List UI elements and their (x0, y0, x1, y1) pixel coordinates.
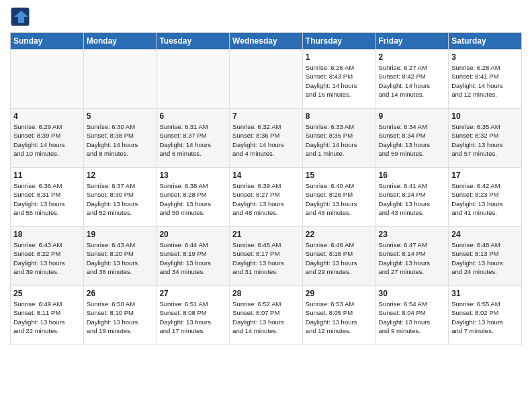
calendar-cell: 25Sunrise: 6:49 AM Sunset: 8:11 PM Dayli… (11, 286, 84, 345)
calendar-cell: 29Sunrise: 6:53 AM Sunset: 8:05 PM Dayli… (302, 286, 375, 345)
day-info: Sunrise: 6:49 AM Sunset: 8:11 PM Dayligh… (13, 300, 81, 335)
day-number: 30 (379, 289, 446, 298)
day-number: 15 (306, 171, 373, 180)
weekday-header-row: SundayMondayTuesdayWednesdayThursdayFrid… (11, 33, 522, 50)
day-info: Sunrise: 6:26 AM Sunset: 8:43 PM Dayligh… (306, 63, 373, 99)
day-number: 26 (87, 289, 154, 298)
day-info: Sunrise: 6:45 AM Sunset: 8:17 PM Dayligh… (232, 240, 300, 276)
day-info: Sunrise: 6:46 AM Sunset: 8:16 PM Dayligh… (306, 240, 373, 276)
calendar-cell: 5Sunrise: 6:30 AM Sunset: 8:38 PM Daylig… (83, 109, 157, 168)
day-number: 24 (451, 230, 519, 239)
calendar-cell: 4Sunrise: 6:29 AM Sunset: 8:39 PM Daylig… (11, 109, 84, 168)
day-info: Sunrise: 6:51 AM Sunset: 8:08 PM Dayligh… (159, 300, 226, 335)
calendar-cell: 18Sunrise: 6:43 AM Sunset: 8:22 PM Dayli… (11, 227, 84, 286)
day-number: 5 (87, 111, 154, 121)
day-number: 10 (451, 111, 519, 121)
calendar-cell: 28Sunrise: 6:52 AM Sunset: 8:07 PM Dayli… (230, 286, 303, 345)
day-number: 1 (306, 52, 373, 62)
day-number: 8 (306, 111, 373, 121)
day-info: Sunrise: 6:44 AM Sunset: 8:19 PM Dayligh… (159, 240, 226, 276)
day-number: 28 (232, 289, 300, 298)
day-number: 27 (159, 289, 226, 298)
calendar-cell: 31Sunrise: 6:55 AM Sunset: 8:02 PM Dayli… (449, 286, 522, 345)
day-info: Sunrise: 6:30 AM Sunset: 8:38 PM Dayligh… (87, 122, 154, 158)
calendar-cell: 6Sunrise: 6:31 AM Sunset: 8:37 PM Daylig… (157, 109, 230, 168)
day-info: Sunrise: 6:48 AM Sunset: 8:13 PM Dayligh… (451, 240, 519, 276)
day-info: Sunrise: 6:55 AM Sunset: 8:02 PM Dayligh… (451, 300, 519, 335)
calendar-cell: 19Sunrise: 6:43 AM Sunset: 8:20 PM Dayli… (83, 227, 157, 286)
day-info: Sunrise: 6:53 AM Sunset: 8:05 PM Dayligh… (306, 300, 373, 335)
day-number: 12 (87, 171, 154, 180)
calendar-cell: 7Sunrise: 6:32 AM Sunset: 8:36 PM Daylig… (230, 109, 303, 168)
header (10, 7, 522, 27)
day-number: 17 (451, 171, 519, 180)
calendar-week-4: 18Sunrise: 6:43 AM Sunset: 8:22 PM Dayli… (11, 227, 522, 286)
day-info: Sunrise: 6:52 AM Sunset: 8:07 PM Dayligh… (232, 300, 300, 335)
calendar-cell: 1Sunrise: 6:26 AM Sunset: 8:43 PM Daylig… (302, 50, 375, 109)
calendar-cell: 13Sunrise: 6:38 AM Sunset: 8:28 PM Dayli… (157, 168, 230, 227)
page: SundayMondayTuesdayWednesdayThursdayFrid… (0, 0, 532, 411)
weekday-header-thursday: Thursday (302, 33, 375, 50)
day-number: 13 (159, 171, 226, 180)
calendar-week-1: 1Sunrise: 6:26 AM Sunset: 8:43 PM Daylig… (11, 50, 522, 109)
calendar-cell: 10Sunrise: 6:35 AM Sunset: 8:32 PM Dayli… (449, 109, 522, 168)
day-number: 21 (232, 230, 300, 239)
calendar-cell: 20Sunrise: 6:44 AM Sunset: 8:19 PM Dayli… (157, 227, 230, 286)
day-info: Sunrise: 6:50 AM Sunset: 8:10 PM Dayligh… (87, 300, 154, 335)
calendar-cell: 30Sunrise: 6:54 AM Sunset: 8:04 PM Dayli… (375, 286, 449, 345)
day-number: 7 (232, 111, 300, 121)
calendar-cell (83, 50, 157, 109)
day-info: Sunrise: 6:47 AM Sunset: 8:14 PM Dayligh… (379, 240, 446, 276)
logo (10, 7, 33, 27)
weekday-header-wednesday: Wednesday (230, 33, 303, 50)
calendar-cell: 16Sunrise: 6:41 AM Sunset: 8:24 PM Dayli… (375, 168, 449, 227)
calendar-cell: 27Sunrise: 6:51 AM Sunset: 8:08 PM Dayli… (157, 286, 230, 345)
calendar-cell (230, 50, 303, 109)
day-number: 18 (13, 230, 81, 239)
day-number: 31 (451, 289, 519, 298)
day-number: 23 (379, 230, 446, 239)
calendar-cell: 11Sunrise: 6:36 AM Sunset: 8:31 PM Dayli… (11, 168, 84, 227)
calendar-cell: 23Sunrise: 6:47 AM Sunset: 8:14 PM Dayli… (375, 227, 449, 286)
calendar-cell: 17Sunrise: 6:42 AM Sunset: 8:23 PM Dayli… (449, 168, 522, 227)
day-info: Sunrise: 6:42 AM Sunset: 8:23 PM Dayligh… (451, 181, 519, 217)
day-info: Sunrise: 6:41 AM Sunset: 8:24 PM Dayligh… (379, 181, 446, 217)
day-info: Sunrise: 6:39 AM Sunset: 8:27 PM Dayligh… (232, 181, 300, 217)
weekday-header-saturday: Saturday (449, 33, 522, 50)
day-number: 22 (306, 230, 373, 239)
day-number: 25 (13, 289, 81, 298)
day-number: 6 (159, 111, 226, 121)
calendar-cell: 3Sunrise: 6:28 AM Sunset: 8:41 PM Daylig… (449, 50, 522, 109)
day-info: Sunrise: 6:33 AM Sunset: 8:35 PM Dayligh… (306, 122, 373, 158)
logo-icon (10, 7, 30, 27)
calendar-cell: 9Sunrise: 6:34 AM Sunset: 8:34 PM Daylig… (375, 109, 449, 168)
calendar-table: SundayMondayTuesdayWednesdayThursdayFrid… (10, 32, 522, 345)
day-number: 11 (13, 171, 81, 180)
calendar-cell: 21Sunrise: 6:45 AM Sunset: 8:17 PM Dayli… (230, 227, 303, 286)
day-number: 4 (13, 111, 81, 121)
calendar-cell: 24Sunrise: 6:48 AM Sunset: 8:13 PM Dayli… (449, 227, 522, 286)
calendar-cell: 15Sunrise: 6:40 AM Sunset: 8:26 PM Dayli… (302, 168, 375, 227)
day-number: 29 (306, 289, 373, 298)
day-number: 14 (232, 171, 300, 180)
day-info: Sunrise: 6:32 AM Sunset: 8:36 PM Dayligh… (232, 122, 300, 158)
calendar-cell: 8Sunrise: 6:33 AM Sunset: 8:35 PM Daylig… (302, 109, 375, 168)
day-info: Sunrise: 6:34 AM Sunset: 8:34 PM Dayligh… (379, 122, 446, 158)
weekday-header-tuesday: Tuesday (157, 33, 230, 50)
calendar-week-2: 4Sunrise: 6:29 AM Sunset: 8:39 PM Daylig… (11, 109, 522, 168)
day-info: Sunrise: 6:35 AM Sunset: 8:32 PM Dayligh… (451, 122, 519, 158)
day-info: Sunrise: 6:27 AM Sunset: 8:42 PM Dayligh… (379, 63, 446, 99)
day-info: Sunrise: 6:28 AM Sunset: 8:41 PM Dayligh… (451, 63, 519, 99)
weekday-header-monday: Monday (83, 33, 157, 50)
day-number: 2 (379, 52, 446, 62)
calendar-cell: 12Sunrise: 6:37 AM Sunset: 8:30 PM Dayli… (83, 168, 157, 227)
day-info: Sunrise: 6:43 AM Sunset: 8:22 PM Dayligh… (13, 240, 81, 276)
day-number: 3 (451, 52, 519, 62)
calendar-cell (157, 50, 230, 109)
day-number: 16 (379, 171, 446, 180)
calendar-week-3: 11Sunrise: 6:36 AM Sunset: 8:31 PM Dayli… (11, 168, 522, 227)
day-info: Sunrise: 6:29 AM Sunset: 8:39 PM Dayligh… (13, 122, 81, 158)
day-number: 9 (379, 111, 446, 121)
day-info: Sunrise: 6:36 AM Sunset: 8:31 PM Dayligh… (13, 181, 81, 217)
day-info: Sunrise: 6:40 AM Sunset: 8:26 PM Dayligh… (306, 181, 373, 217)
